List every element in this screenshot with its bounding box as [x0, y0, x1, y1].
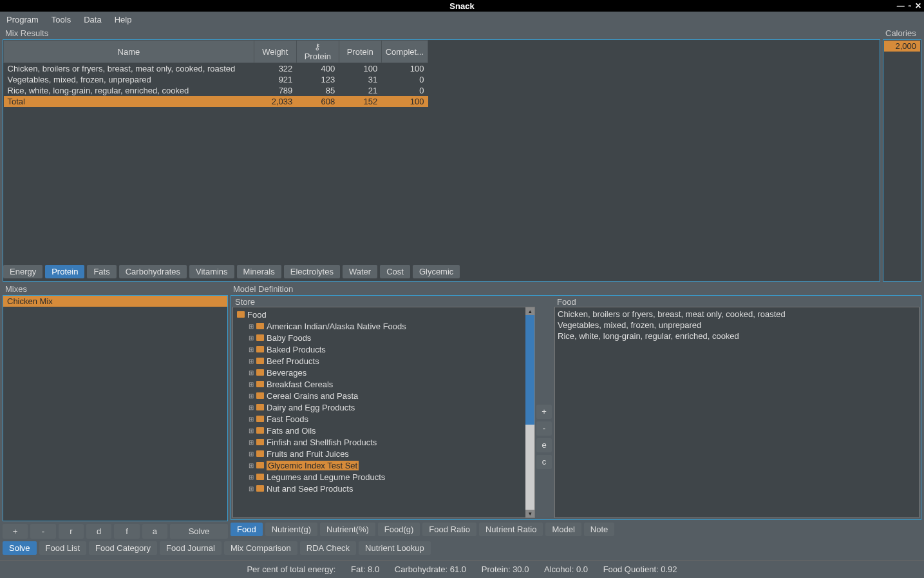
scroll-down-icon[interactable]: ▾ — [525, 510, 534, 517]
expand-icon[interactable]: ⊞ — [249, 474, 254, 481]
def-tab-note[interactable]: Note — [584, 523, 614, 536]
bottom-tab-food-category[interactable]: Food Category — [89, 541, 157, 555]
tree-item[interactable]: ⊞Beef Products — [247, 355, 532, 367]
action-btn-e[interactable]: e — [536, 438, 552, 452]
scroll-up-icon[interactable]: ▴ — [525, 307, 534, 315]
bottom-tab-food-list[interactable]: Food List — [39, 541, 86, 555]
def-tab-model[interactable]: Model — [545, 523, 581, 536]
table-row[interactable]: Rice, white, long-grain, regular, enrich… — [4, 85, 428, 96]
expand-icon[interactable]: ⊞ — [249, 323, 254, 330]
action-btn-c[interactable]: c — [536, 455, 552, 469]
tab-minerals[interactable]: Minerals — [237, 265, 281, 278]
col-complete[interactable]: Complet... — [381, 41, 428, 63]
expand-icon[interactable]: ⊞ — [249, 346, 254, 353]
expand-icon[interactable]: ⊞ — [249, 462, 254, 469]
tab-glycemic[interactable]: Glycemic — [413, 265, 460, 278]
tree-item[interactable]: ⊞Fruits and Fruit Juices — [247, 448, 532, 459]
tree-item[interactable]: ⊞American Indian/Alaska Native Foods — [247, 320, 532, 332]
expand-icon[interactable]: ⊞ — [249, 427, 254, 434]
expand-icon[interactable]: ⊞ — [249, 358, 254, 365]
tree-item[interactable]: ⊞Finfish and Shellfish Products — [247, 436, 532, 448]
tree-item[interactable]: ⊞Cereal Grains and Pasta — [247, 390, 532, 401]
tree-item[interactable]: ⊞Fats and Oils — [247, 425, 532, 436]
folder-icon — [256, 474, 264, 480]
food-item[interactable]: Rice, white, long-grain, regular, enrich… — [558, 331, 916, 342]
bottom-tab-nutrient-lookup[interactable]: Nutrient Lookup — [359, 541, 431, 555]
modeldef-panel: Store Food⊞American Indian/Alaska Native… — [231, 295, 921, 520]
bottom-tab-solve[interactable]: Solve — [3, 541, 37, 555]
tree-item[interactable]: ⊞Baked Products — [247, 343, 532, 355]
action-btn--[interactable]: - — [536, 421, 552, 436]
def-tab-food[interactable]: Food — [231, 523, 263, 536]
food-item[interactable]: Vegetables, mixed, frozen, unprepared — [558, 320, 916, 331]
tree-item[interactable]: ⊞Nut and Seed Products — [247, 483, 532, 494]
col-protein[interactable]: Protein — [339, 41, 381, 63]
def-tab-nutrientratio[interactable]: Nutrient Ratio — [479, 523, 543, 536]
expand-icon[interactable]: ⊞ — [249, 485, 254, 492]
bottom-tab-rda-check[interactable]: RDA Check — [300, 541, 356, 555]
menu-data[interactable]: Data — [81, 14, 104, 26]
store-tree[interactable]: Food⊞American Indian/Alaska Native Foods… — [232, 307, 535, 518]
mix-btn-r[interactable]: r — [59, 524, 84, 539]
titlebar: Snack — ▫ ✕ — [0, 0, 924, 12]
table-row[interactable]: Chicken, broilers or fryers, breast, mea… — [4, 63, 428, 75]
tree-item[interactable]: ⊞Fast Foods — [247, 413, 532, 425]
expand-icon[interactable]: ⊞ — [249, 392, 254, 400]
tree-item[interactable]: ⊞Glycemic Index Test Set — [247, 459, 532, 471]
expand-icon[interactable]: ⊞ — [249, 416, 254, 423]
tab-water[interactable]: Water — [343, 265, 377, 278]
expand-icon[interactable]: ⊞ — [249, 381, 254, 388]
minimize-icon[interactable]: — — [897, 1, 905, 10]
tab-energy[interactable]: Energy — [3, 265, 42, 278]
def-tab-foodratio[interactable]: Food Ratio — [422, 523, 476, 536]
expand-icon[interactable]: ⊞ — [249, 439, 254, 446]
col-weight[interactable]: Weight — [254, 41, 296, 63]
maximize-icon[interactable]: ▫ — [909, 1, 911, 10]
tree-item[interactable]: ⊞Legumes and Legume Products — [247, 471, 532, 483]
mix-btn-+[interactable]: + — [3, 524, 28, 539]
food-item[interactable]: Chicken, broilers or fryers, breast, mea… — [558, 309, 916, 320]
table-total-row[interactable]: Total2,033608152100 — [4, 96, 428, 107]
expand-icon[interactable]: ⊞ — [249, 334, 254, 342]
tab-carbohydrates[interactable]: Carbohydrates — [119, 265, 187, 278]
expand-icon[interactable]: ⊞ — [249, 450, 254, 458]
expand-icon[interactable]: ⊞ — [249, 369, 254, 376]
menu-tools[interactable]: Tools — [49, 14, 73, 26]
tab-protein[interactable]: Protein — [45, 265, 84, 278]
tab-vitamins[interactable]: Vitamins — [189, 265, 234, 278]
tab-electrolytes[interactable]: Electrolytes — [284, 265, 340, 278]
col-name[interactable]: Name — [4, 41, 254, 63]
folder-icon — [256, 323, 264, 329]
mix-item[interactable]: Chicken Mix — [3, 296, 227, 307]
close-icon[interactable]: ✕ — [915, 1, 921, 10]
expand-icon[interactable]: ⊞ — [249, 404, 254, 411]
menu-help[interactable]: Help — [112, 14, 135, 26]
mix-btn-f[interactable]: f — [114, 524, 139, 539]
food-list[interactable]: Chicken, broilers or fryers, breast, mea… — [554, 307, 919, 518]
col-eprotein[interactable]: ⚷ Protein — [296, 41, 339, 63]
bottom-tab-food-journal[interactable]: Food Journal — [160, 541, 222, 555]
mix-btn-d[interactable]: d — [86, 524, 111, 539]
scroll-thumb[interactable] — [525, 315, 534, 425]
calories-value[interactable]: 2,000 — [884, 41, 920, 52]
mix-results-label: Mix Results — [3, 27, 880, 39]
mix-btn-solve[interactable]: Solve — [170, 524, 228, 539]
tree-item[interactable]: ⊞Beverages — [247, 367, 532, 378]
tree-item[interactable]: ⊞Dairy and Egg Products — [247, 401, 532, 413]
tree-root[interactable]: Food — [236, 309, 532, 320]
tab-fats[interactable]: Fats — [87, 265, 116, 278]
mixes-panel: Chicken Mix — [3, 295, 228, 521]
menu-program[interactable]: Program — [4, 14, 41, 26]
tab-cost[interactable]: Cost — [380, 265, 410, 278]
mix-btn--[interactable]: - — [30, 524, 55, 539]
bottom-tab-mix-comparison[interactable]: Mix Comparison — [224, 541, 297, 555]
def-tab-nutrient[interactable]: Nutrient(%) — [320, 523, 375, 536]
tree-item[interactable]: ⊞Baby Foods — [247, 332, 532, 343]
action-btn-+[interactable]: + — [536, 405, 552, 419]
def-tab-nutrientg[interactable]: Nutrient(g) — [265, 523, 317, 536]
mix-btn-a[interactable]: a — [142, 524, 167, 539]
table-row[interactable]: Vegetables, mixed, frozen, unprepared921… — [4, 74, 428, 85]
tree-item[interactable]: ⊞Breakfast Cereals — [247, 378, 532, 390]
tree-scrollbar[interactable]: ▴ ▾ — [525, 307, 534, 517]
def-tab-foodg[interactable]: Food(g) — [378, 523, 420, 536]
